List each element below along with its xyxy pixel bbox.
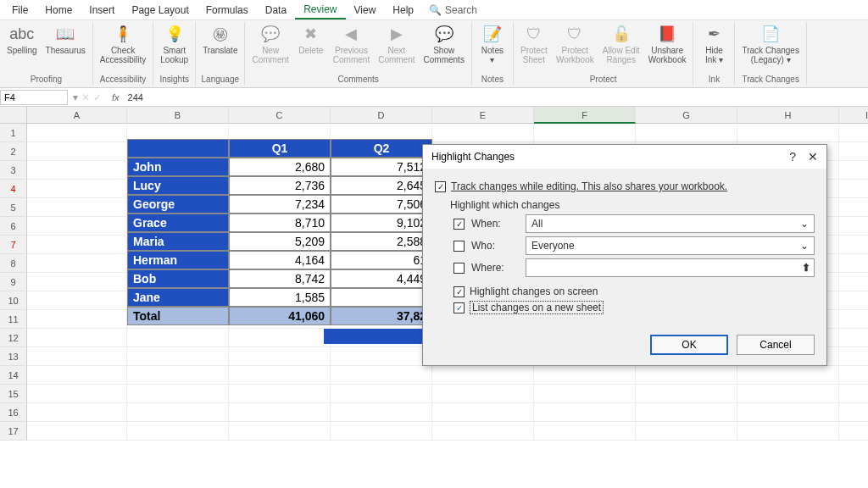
cell[interactable] — [839, 161, 868, 180]
select-all-corner[interactable] — [0, 107, 27, 124]
formula-input[interactable]: 244 — [125, 92, 868, 103]
cell[interactable] — [27, 180, 127, 198]
tab-view[interactable]: View — [346, 2, 385, 19]
cell[interactable] — [839, 329, 868, 347]
cell-q2[interactable]: 9,102 — [331, 214, 432, 232]
row-header-10[interactable]: 10 — [0, 291, 27, 310]
cell[interactable] — [27, 385, 127, 403]
cell[interactable] — [331, 347, 432, 366]
cell[interactable] — [27, 236, 127, 254]
cell[interactable] — [27, 273, 127, 291]
cell[interactable] — [839, 124, 868, 142]
cell-q1[interactable]: 8,710 — [229, 214, 331, 232]
cell[interactable] — [534, 403, 636, 422]
cell-q2[interactable]: 2,588 — [331, 232, 432, 251]
translate-button[interactable]: ㊙Translate — [199, 22, 241, 57]
who-checkbox[interactable] — [453, 241, 465, 252]
cell-q1[interactable]: 7,234 — [229, 195, 331, 214]
cell[interactable] — [737, 124, 839, 142]
row-header-7[interactable]: 7 — [0, 236, 27, 254]
tab-home[interactable]: Home — [36, 2, 81, 19]
cell[interactable] — [27, 347, 127, 366]
cell[interactable] — [636, 422, 737, 441]
cell-q1[interactable]: 4,164 — [229, 251, 331, 269]
column-header-F[interactable]: F — [534, 107, 636, 124]
cell[interactable] — [534, 385, 636, 403]
close-icon[interactable]: ✕ — [808, 150, 818, 164]
cell[interactable] — [432, 403, 534, 422]
cell-q1[interactable]: 2,736 — [229, 176, 331, 195]
cell[interactable] — [839, 254, 868, 273]
cell[interactable] — [27, 142, 127, 161]
tab-review[interactable]: Review — [295, 1, 345, 19]
cell[interactable] — [432, 124, 534, 142]
cell[interactable] — [331, 366, 432, 385]
cell[interactable] — [229, 366, 331, 385]
row-header-15[interactable]: 15 — [0, 385, 27, 403]
cell[interactable] — [127, 347, 229, 366]
smart-lookup-button[interactable]: 💡SmartLookup — [157, 22, 192, 66]
cell[interactable] — [432, 385, 534, 403]
row-header-11[interactable]: 11 — [0, 310, 27, 329]
cell[interactable] — [737, 422, 839, 441]
cell-q2[interactable]: 7,506 — [331, 195, 432, 214]
column-header-I[interactable]: I — [839, 107, 868, 124]
ok-button[interactable]: OK — [650, 335, 728, 355]
row-header-5[interactable]: 5 — [0, 198, 27, 217]
column-header-E[interactable]: E — [432, 107, 534, 124]
cell[interactable] — [27, 329, 127, 347]
row-header-12[interactable]: 12 — [0, 329, 27, 347]
column-header-A[interactable]: A — [27, 107, 127, 124]
range-picker-icon[interactable]: ⬆ — [802, 262, 810, 274]
cell[interactable] — [839, 217, 868, 236]
cell-q1[interactable]: 5,209 — [229, 232, 331, 251]
cell[interactable] — [331, 385, 432, 403]
cell[interactable] — [27, 366, 127, 385]
cell[interactable] — [737, 366, 839, 385]
cell[interactable] — [27, 291, 127, 310]
hide-ink-button[interactable]: ✒HideInk ▾ — [697, 22, 731, 66]
cell[interactable] — [27, 161, 127, 180]
cell-q2[interactable]: 61 — [331, 251, 432, 269]
track-changes-button[interactable]: 📄Track Changes(Legacy) ▾ — [738, 22, 802, 66]
row-header-1[interactable]: 1 — [0, 124, 27, 142]
column-header-B[interactable]: B — [127, 107, 229, 124]
row-header-2[interactable]: 2 — [0, 142, 27, 161]
cell[interactable] — [737, 403, 839, 422]
row-header-6[interactable]: 6 — [0, 217, 27, 236]
spelling-button[interactable]: abcSpelling — [3, 22, 41, 57]
cell-q2[interactable]: 2,645 — [331, 176, 432, 195]
cell[interactable] — [127, 403, 229, 422]
cell[interactable] — [229, 347, 331, 366]
row-header-17[interactable]: 17 — [0, 422, 27, 441]
tab-data[interactable]: Data — [257, 2, 295, 19]
help-icon[interactable]: ? — [789, 150, 796, 164]
cell[interactable] — [27, 403, 127, 422]
name-box[interactable]: F4 — [0, 90, 68, 105]
cell[interactable] — [229, 422, 331, 441]
cell[interactable] — [27, 124, 127, 142]
cell[interactable] — [331, 422, 432, 441]
where-input[interactable]: ⬆ — [526, 258, 815, 277]
cell[interactable] — [839, 403, 868, 422]
cell-q2[interactable] — [331, 288, 432, 307]
cell[interactable] — [839, 422, 868, 441]
column-header-H[interactable]: H — [737, 107, 839, 124]
tab-formulas[interactable]: Formulas — [198, 2, 257, 19]
checkbox-checked-icon[interactable]: ✓ — [453, 286, 465, 297]
cell-q1[interactable]: 8,742 — [229, 269, 331, 288]
cell[interactable] — [839, 347, 868, 366]
dropdown-icon[interactable]: ▾ — [73, 92, 78, 103]
list-new-sheet-row[interactable]: ✓ List changes on a new sheet — [453, 301, 815, 314]
cell[interactable] — [27, 254, 127, 273]
cell[interactable] — [331, 403, 432, 422]
show-comments-button[interactable]: 💬ShowComments — [420, 22, 468, 66]
confirm-icon[interactable]: ✓ — [93, 92, 102, 103]
cell[interactable] — [127, 329, 229, 347]
cell[interactable] — [27, 198, 127, 217]
tab-help[interactable]: Help — [384, 2, 422, 19]
when-checkbox[interactable]: ✓ — [453, 219, 465, 230]
cell[interactable] — [534, 366, 636, 385]
cell[interactable] — [432, 422, 534, 441]
cell[interactable] — [127, 385, 229, 403]
